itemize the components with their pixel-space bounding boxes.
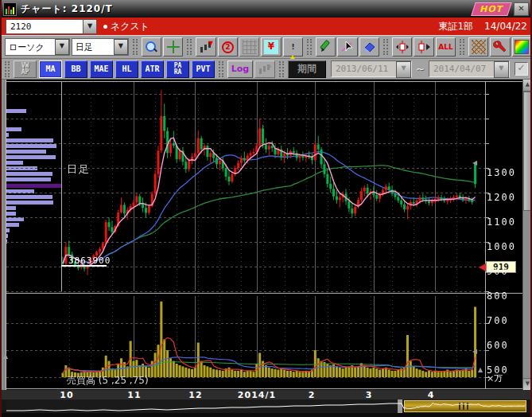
period-button[interactable]: 期間 [288,60,326,78]
toolbar-grip [307,39,312,55]
eraser-button[interactable] [359,37,379,57]
exchange-label: 東証1部 [438,20,473,33]
timeframe-value: 日足 [72,39,114,55]
palette-icon [515,40,529,54]
hot-badge[interactable]: HOT [471,2,512,16]
axis-marker-icon[interactable]: ▲ [3,353,8,360]
toolbar-grip [460,39,464,55]
toolbar-main: ローソク ▼ 日足 ▼ 2 ¥ ALL [0,35,532,59]
indicator-button-ma[interactable]: MA [39,60,62,78]
chart-type-dropdown-icon[interactable]: ▼ [55,39,69,55]
compare-button[interactable]: 2 [218,37,238,57]
candle-adjust-button[interactable] [392,37,412,57]
toolbar-grip [5,61,10,77]
quote-bar: 2120 ▼ ネクスト 東証1部 14/04/22 [0,18,532,36]
period-checkbox[interactable]: ✓ [515,62,528,76]
wrench-icon [493,40,507,54]
price-chart-canvas[interactable] [6,80,522,390]
all-label: ALL [438,40,452,54]
price-axis-label: 600 [487,340,509,351]
navigator-canvas[interactable] [6,399,526,413]
chart-type-select[interactable]: ローソク ▼ [5,38,70,56]
candle-adjust-icon [395,40,410,54]
toolbar-grip [279,61,284,77]
issue-name: ネクスト [111,20,150,33]
timeframe-dropdown-icon[interactable]: ▼ [114,39,128,55]
cursor-icon [340,40,355,54]
toolbar-grip [219,61,223,77]
symbol-dropdown-icon[interactable]: ▼ [83,19,97,34]
axis-marker-icon[interactable]: ▲ [478,367,483,373]
price-axis-label: 800 [487,290,509,302]
indicator-button-hl[interactable]: HL [115,60,138,78]
draw-pencil-button[interactable] [316,37,336,57]
zoom-button[interactable] [142,37,161,57]
title-bar: チャート: 2120/T HOT ✕ [0,0,532,18]
date-to-dropdown-icon[interactable]: ▼ [494,61,509,78]
chart-download-button[interactable] [196,37,216,57]
toolbar-grip [187,39,192,55]
indicator-button-atr[interactable]: ATR [141,60,164,78]
date-from-dropdown-icon[interactable]: ▼ [396,61,411,78]
date-to-value: 2014/04/07 [429,61,494,76]
symbol-combobox[interactable]: 2120 [6,19,83,34]
chart-type-value: ローソク [6,39,55,55]
date-label: 14/04/22 [484,21,527,32]
yen-icon: ¥ [264,40,278,54]
candle-shift-icon [417,40,431,54]
mesh-button[interactable] [468,37,488,57]
price-axis-label: 1000 [487,241,516,252]
indicator-button-vwap[interactable]: VWAP [14,60,37,78]
pencil-icon [319,40,333,54]
candle-shift-button[interactable] [414,37,433,57]
grid-toggle-button[interactable] [239,37,259,57]
range-separator: ~ [416,63,425,75]
indicator-button-para[interactable]: PARA [166,60,189,78]
indicator-button-bb[interactable]: BB [64,60,87,78]
eraser-icon [362,40,376,54]
axis-marker-icon[interactable]: ◀ [472,349,477,355]
toolbar-indicators: VWAPMABBMAEHLATRPARAPVT Log 期間 2013/06/1… [0,59,532,80]
chart-region: 日足 売買高 (5 ,25 ,75) 3863900 919 ×万 130012… [0,80,532,390]
price-panel-title: 日足 [67,162,91,177]
timeframe-select[interactable]: 日足 ▼ [72,38,129,56]
circled-2-icon: 2 [222,41,234,53]
crosshair-icon [166,40,181,54]
hot-badge-label: HOT [480,4,503,14]
indicator-button-group: VWAPMABBMAEHLATRPARAPVT [14,60,215,78]
crosshair-button[interactable] [163,37,183,57]
indicator-button-pvt[interactable]: PVT [192,60,215,78]
toolbar-grip [383,39,388,55]
all-button[interactable]: ALL [436,37,456,57]
axis-marker-icon[interactable]: ◀ [472,160,477,166]
window-left-border [0,0,2,417]
chart-window: チャート: 2120/T HOT ✕ 2120 ▼ ネクスト 東証1部 14/0… [0,0,532,417]
mesh-icon [472,40,486,54]
chart-down-arrow-icon [199,40,213,54]
date-from-field[interactable]: 2013/06/11 ▼ [331,60,412,77]
toolbar-grip [133,39,138,55]
color-palette-button[interactable] [512,37,532,57]
price-axis-label: 700 [487,315,509,326]
select-cursor-button[interactable] [337,37,357,57]
price-axis-label: 1100 [487,216,516,228]
current-price-arrow-icon [479,263,486,271]
range-navigator[interactable] [0,399,532,413]
grid-icon [243,40,257,54]
indicator-button-mae[interactable]: MAE [90,60,113,78]
alert-button[interactable] [283,37,303,57]
price-axis-label: 1300 [487,167,516,178]
price-axis-label: 500 [487,364,509,376]
settings-wrench-button[interactable] [490,37,510,57]
zoom-icon [144,40,158,54]
gray-chart-icon [258,62,272,76]
export-button[interactable] [254,60,275,78]
date-to-field[interactable]: 2014/04/07 ▼ [429,60,510,77]
bullet-icon [103,25,107,29]
symbol-value: 2120 [6,20,83,33]
close-button[interactable]: ✕ [514,2,529,16]
volume-panel-title: 売買高 (5 ,25 ,75) [67,374,149,388]
yen-scale-button[interactable]: ¥ [261,37,281,57]
log-scale-button[interactable]: Log [227,60,253,78]
app-icon [3,2,17,16]
